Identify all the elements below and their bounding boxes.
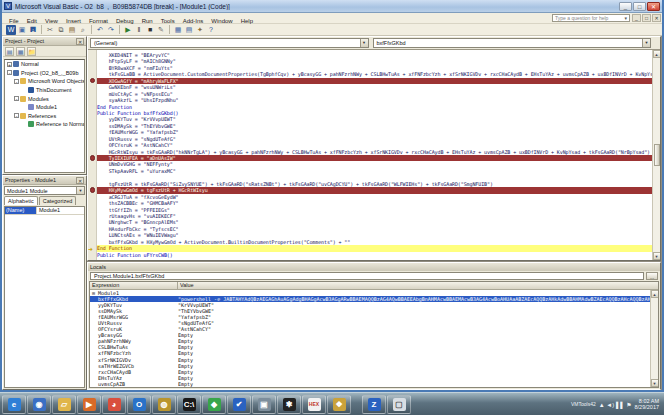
code-line[interactable]: Public Function uFYrsCWB() (97, 252, 652, 258)
taskbar-notes-window-icon[interactable]: ▢ (387, 395, 411, 414)
property-value[interactable]: Module1 (37, 207, 84, 214)
tree-item-thisdocument[interactable]: ThisDocument (5, 86, 84, 95)
tree-expander-icon[interactable]: - (14, 79, 19, 84)
tree-item-label: Project (O2_b8_,_B09b (21, 70, 78, 76)
copy-icon[interactable]: ⧉ (56, 25, 66, 35)
tree-expander-icon[interactable]: - (14, 113, 19, 118)
locals-col-value: Value (178, 282, 658, 289)
tree-item-normal[interactable]: +Normal (5, 60, 84, 69)
tree-expander-icon[interactable]: + (7, 62, 12, 67)
tree-item-label: Modules (28, 96, 49, 102)
code-line[interactable]: tkFsGLaBB = ActiveDocument.CustomDocumen… (97, 71, 652, 77)
taskbar-autoruns-icon[interactable]: ✔ (227, 395, 251, 414)
locals-value: Empty (178, 387, 658, 388)
tree-node-icon (28, 121, 34, 127)
run-icon[interactable]: ▶ (123, 25, 133, 35)
tree-item-modules[interactable]: -Modules (5, 94, 84, 103)
locals-row[interactable]: uxBDfINVrDEmpty (90, 387, 658, 388)
scrollbar-thumb[interactable] (654, 144, 660, 166)
scroll-down-icon[interactable]: ▼ (653, 252, 661, 260)
property-row[interactable]: (Name)Module1 (5, 207, 84, 215)
tree-expander-icon[interactable]: - (7, 70, 12, 75)
project-panel-close-icon[interactable]: ✕ (76, 38, 84, 45)
project-explorer-icon[interactable]: ▦ (173, 25, 183, 35)
tree-item-microsoft-word-objects[interactable]: -Microsoft Word Objects (5, 77, 84, 86)
view-word-icon[interactable]: W (6, 25, 16, 35)
code-vertical-scrollbar[interactable]: ▲ ▼ (652, 50, 660, 260)
toggle-folders-icon[interactable]: 📁 (27, 47, 36, 56)
code-editor[interactable]: XKED4NIT = "BEAryvYC" hFtpSyLF = "mAICh8… (97, 50, 652, 260)
taskbar-cmd-icon[interactable]: C:\ (177, 395, 201, 414)
call-stack-button[interactable]: ... (646, 272, 658, 280)
breakpoint-icon[interactable] (90, 187, 96, 193)
reset-icon[interactable]: ■ (145, 25, 155, 35)
procedure-dropdown[interactable]: bxfFfxGKbd ▼ (373, 38, 652, 48)
insert-userform-icon[interactable]: ▣ (17, 25, 27, 35)
tree-expander-icon[interactable]: - (14, 96, 19, 101)
maximize-button[interactable]: □ (633, 2, 646, 11)
close-button[interactable]: ✕ (647, 2, 660, 11)
design-mode-icon[interactable]: ✎ (156, 25, 166, 35)
scroll-up-icon[interactable]: ▲ (651, 290, 659, 298)
chevron-down-icon: ▼ (360, 39, 368, 47)
object-browser-icon[interactable]: ✦ (195, 25, 205, 35)
tree-item-project-o2-b8-b09b[interactable]: -Project (O2_b8_,_B09b (5, 69, 84, 78)
tree-node-icon (13, 61, 19, 67)
tab-categorized[interactable]: Categorized (39, 196, 77, 205)
scroll-up-icon[interactable]: ▲ (653, 50, 661, 58)
save-icon[interactable]: 🖪 (28, 25, 38, 35)
properties-panel-close-icon[interactable]: ✕ (76, 177, 84, 184)
tree-node-icon (28, 87, 34, 93)
breakpoint-icon[interactable] (90, 155, 96, 161)
paste-icon[interactable]: ▤ (67, 25, 77, 35)
find-icon[interactable]: ⌕ (78, 25, 88, 35)
taskbar-dvd-tool-icon[interactable]: ◍ (152, 395, 176, 414)
clock-date: 8/29/2017 (635, 404, 659, 411)
tree-item-module1[interactable]: Module1 (5, 103, 84, 112)
object-dropdown[interactable]: (General) ▼ (90, 38, 369, 48)
breakpoint-icon[interactable] (90, 78, 96, 84)
taskbar-photo-viewer-icon[interactable]: ▣ (252, 395, 276, 414)
undo-icon[interactable]: ↶ (95, 25, 105, 35)
minimize-button[interactable]: _ (619, 2, 632, 11)
taskbar-debugger-icon[interactable]: ❖ (327, 395, 351, 414)
mdi-close-button[interactable]: ✕ (652, 14, 661, 22)
code-line[interactable]: HGcRtWIsyu = tkFsGAaRD("hkNNrTgLA") + yB… (97, 149, 652, 155)
mdi-restore-button[interactable]: □ (642, 14, 651, 22)
locals-panel: Locals Project.Module1.bxfFfxGKbd ... Ex… (87, 262, 661, 390)
taskbar-process-hacker-icon[interactable]: ◆ (202, 395, 226, 414)
project-explorer-panel: Project - Project ✕ ▤▦📁 +Normal-Project … (2, 36, 87, 175)
tree-node-icon (20, 78, 26, 84)
tab-alphabetic[interactable]: Alphabetic (4, 196, 38, 205)
taskbar-clock[interactable]: 8:02 AM 8/29/2017 (635, 398, 662, 411)
view-object-icon[interactable]: ▦ (16, 47, 25, 56)
taskbar-opera-icon[interactable]: O (127, 395, 151, 414)
taskbar-media-player-icon[interactable]: ▶ (77, 395, 101, 414)
view-code-icon[interactable]: ▤ (5, 47, 14, 56)
properties-object-dropdown[interactable]: Module1 Module ▼ (4, 186, 85, 195)
locals-expression: uxBDfINVrD (90, 387, 178, 388)
mdi-minimize-button[interactable]: _ (632, 14, 641, 22)
help-search-input[interactable]: Type a question for help ▾ (552, 14, 630, 22)
taskbar-bug-analyzer-icon[interactable]: ✱ (277, 395, 301, 414)
taskbar-browser-swirl-icon[interactable]: ◉ (27, 395, 51, 414)
taskbar-chrome-icon[interactable]: ◕ (102, 395, 126, 414)
cut-icon[interactable]: ✂ (45, 25, 55, 35)
tree-item-reference-to-normal[interactable]: Reference to Normal (5, 120, 84, 129)
redo-icon[interactable]: ↷ (106, 25, 116, 35)
properties-window-icon[interactable]: ▤ (184, 25, 194, 35)
breakpoint-margin[interactable]: ➜ (88, 50, 97, 260)
taskbar-hex-editor-icon[interactable]: HEX (302, 395, 326, 414)
properties-panel: Properties - Module1 ✕ Module1 Module ▼ … (2, 175, 87, 390)
taskbar-powershell-icon[interactable]: Z (362, 395, 386, 414)
tree-item-label: Normal (21, 61, 39, 67)
show-hidden-icons[interactable]: ▲ ◄) ▌▌ ⚑ (599, 401, 632, 408)
help-icon[interactable]: ? (206, 25, 216, 35)
tree-item-references[interactable]: -References (5, 112, 84, 121)
taskbar-explorer-folder-icon[interactable]: ▱ (52, 395, 76, 414)
break-icon[interactable]: ‖ (134, 25, 144, 35)
scroll-down-icon[interactable]: ▼ (651, 379, 659, 387)
locals-vertical-scrollbar[interactable]: ▲ ▼ (650, 290, 658, 387)
taskbar-ie-icon[interactable]: e (2, 395, 26, 414)
code-window: (General) ▼ bxfFfxGKbd ▼ ➜ XKED4NIT = "B… (87, 36, 661, 261)
